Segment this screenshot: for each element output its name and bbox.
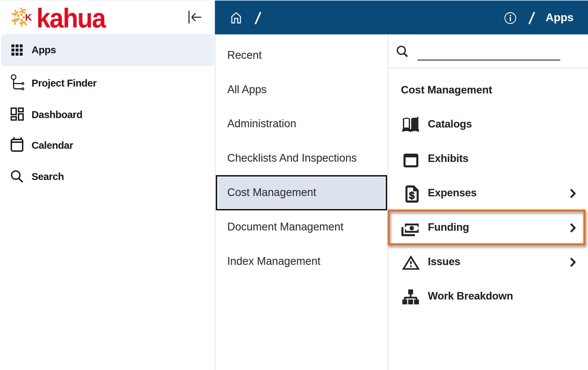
svg-text:kahua: kahua — [36, 3, 106, 32]
svg-text:$: $ — [409, 190, 414, 201]
svg-text:K: K — [25, 12, 32, 23]
